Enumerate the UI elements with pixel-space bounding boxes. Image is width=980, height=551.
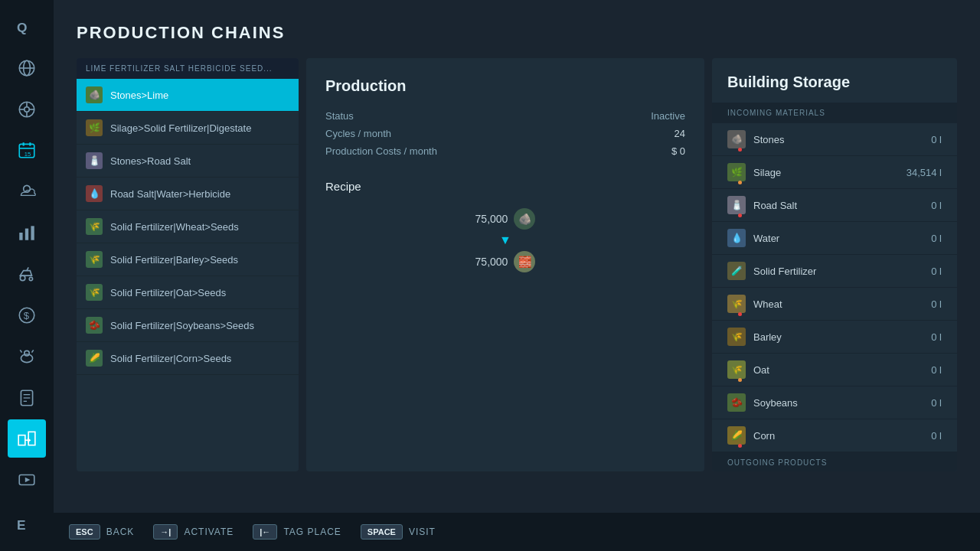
- storage-name-water: Water: [753, 233, 931, 244]
- sidebar-item-production[interactable]: [8, 419, 46, 458]
- storage-dot-stones: [738, 148, 742, 152]
- storage-amount-wheat: 0 l: [931, 298, 942, 310]
- svg-line-26: [20, 350, 21, 352]
- main-content: PRODUCTION CHAINS LIME FERTILIZER SALT H…: [54, 0, 980, 551]
- storage-name-roadsalt: Road Salt: [753, 200, 931, 211]
- chain-icon-salt: 🧂: [86, 152, 103, 169]
- recipe-area: 75,000 🪨 ▼ 75,000 🧱: [325, 208, 685, 272]
- action-activate: ACTIVATE: [184, 527, 234, 537]
- chain-icon-wheat-seeds: 🌾: [86, 218, 103, 235]
- recipe-output-amount: 75,000: [475, 256, 508, 268]
- storage-amount-silage: 34,514 l: [906, 167, 942, 178]
- key-combo-tag: |← TAG PLACE: [253, 524, 341, 540]
- key-tag[interactable]: |←: [253, 524, 277, 540]
- recipe-input-item: 75,000 🪨: [475, 208, 536, 230]
- storage-name-solid-fertilizer: Solid Fertilizer: [753, 266, 931, 277]
- key-combo-esc: ESC BACK: [69, 524, 134, 540]
- chain-item-soybeans-seeds[interactable]: 🫘 Solid Fertilizer|Soybeans>Seeds: [77, 309, 299, 342]
- key-space[interactable]: SPACE: [361, 524, 403, 540]
- storage-amount-solid-fertilizer: 0 l: [931, 266, 942, 277]
- recipe-output-icon: 🧱: [514, 251, 535, 272]
- production-stats: Status Inactive Cycles / month 24 Produc…: [325, 110, 685, 157]
- chain-item-herbicide[interactable]: 💧 Road Salt|Water>Herbicide: [77, 178, 299, 210]
- svg-rect-18: [31, 226, 34, 240]
- chain-icon-corn-seeds: 🌽: [86, 350, 103, 367]
- storage-amount-roadsalt: 0 l: [931, 200, 942, 211]
- storage-icon-silage: 🌿: [727, 163, 746, 181]
- storage-amount-water: 0 l: [931, 233, 942, 244]
- storage-name-silage: Silage: [753, 167, 906, 178]
- chain-icon-soybeans-seeds: 🫘: [86, 317, 103, 334]
- storage-icon-water: 💧: [727, 229, 746, 247]
- storage-icon-wheat: 🌾: [727, 295, 746, 313]
- svg-point-20: [29, 277, 32, 280]
- stat-row-status: Status Inactive: [325, 110, 685, 122]
- key-activate[interactable]: →|: [153, 524, 178, 540]
- chain-icon-lime: 🪨: [86, 86, 103, 103]
- key-combo-visit: SPACE VISIT: [361, 524, 436, 540]
- action-visit: VISIT: [409, 527, 436, 537]
- storage-name-oat: Oat: [753, 364, 931, 376]
- chain-item-barley-seeds[interactable]: 🌾 Solid Fertilizer|Barley>Seeds: [77, 243, 299, 276]
- chain-label-herbicide: Road Salt|Water>Herbicide: [110, 188, 230, 200]
- recipe-output-item: 75,000 🧱: [475, 251, 536, 272]
- sidebar-item-wheel[interactable]: [8, 90, 46, 129]
- sidebar-item-animals[interactable]: [8, 337, 46, 376]
- recipe-title: Recipe: [325, 180, 685, 193]
- storage-icon-stones: 🪨: [727, 130, 746, 148]
- storage-scroll[interactable]: INCOMING MATERIALS 🪨 Stones 0 l 🌿 Silage…: [712, 103, 957, 471]
- sidebar-item-weather[interactable]: [8, 172, 46, 210]
- chain-list-panel: LIME FERTILIZER SALT HERBICIDE SEED... 🪨…: [77, 58, 299, 471]
- storage-dot-silage: [738, 181, 742, 184]
- svg-point-19: [20, 276, 24, 281]
- chain-icon-oat-seeds: 🌾: [86, 284, 103, 301]
- storage-item-oat: 🌾 Oat 0 l: [712, 354, 957, 386]
- storage-item-silage: 🌿 Silage 34,514 l: [712, 156, 957, 189]
- chain-item-stones-lime[interactable]: 🪨 Stones>Lime: [77, 79, 299, 112]
- sidebar-item-calendar[interactable]: 15: [8, 132, 46, 170]
- storage-name-wheat: Wheat: [753, 298, 931, 310]
- svg-point-5: [24, 106, 30, 112]
- stat-label-status: Status: [325, 110, 354, 122]
- storage-dot-roadsalt: [738, 214, 742, 217]
- chain-label-silage: Silage>Solid Fertilizer|Digestate: [110, 122, 251, 134]
- chain-label-soybeans-seeds: Solid Fertilizer|Soybeans>Seeds: [110, 320, 254, 331]
- svg-text:15: 15: [24, 151, 31, 158]
- stat-row-cycles: Cycles / month 24: [325, 128, 685, 139]
- chain-item-oat-seeds[interactable]: 🌾 Solid Fertilizer|Oat>Seeds: [77, 276, 299, 309]
- storage-item-solid-fertilizer: 🧪 Solid Fertilizer 0 l: [712, 255, 957, 288]
- key-esc[interactable]: ESC: [69, 524, 100, 540]
- chain-item-silage-fertilizer[interactable]: 🌿 Silage>Solid Fertilizer|Digestate: [77, 112, 299, 145]
- incoming-header: INCOMING MATERIALS: [712, 103, 957, 123]
- sidebar-item-e[interactable]: E: [8, 505, 46, 543]
- storage-icon-barley: 🌾: [727, 328, 746, 346]
- sidebar-item-globe[interactable]: [8, 49, 46, 87]
- storage-dot-wheat: [738, 312, 742, 316]
- storage-item-stones: 🪨 Stones 0 l: [712, 123, 957, 156]
- chain-item-wheat-seeds[interactable]: 🌾 Solid Fertilizer|Wheat>Seeds: [77, 210, 299, 243]
- chain-item-stones-salt[interactable]: 🧂 Stones>Road Salt: [77, 145, 299, 178]
- storage-dot-oat: [738, 378, 742, 382]
- svg-rect-17: [25, 229, 28, 240]
- stat-value-costs: $ 0: [671, 145, 685, 157]
- sidebar-item-q[interactable]: Q: [8, 8, 46, 46]
- sidebar-item-contracts[interactable]: [8, 379, 46, 417]
- svg-rect-33: [28, 432, 35, 445]
- chain-label-oat-seeds: Solid Fertilizer|Oat>Seeds: [110, 287, 226, 298]
- svg-rect-16: [19, 233, 22, 240]
- production-panel: Production Status Inactive Cycles / mont…: [306, 58, 704, 471]
- sidebar-item-tractor[interactable]: [8, 255, 46, 293]
- svg-point-25: [24, 350, 30, 356]
- outgoing-header: OUTGOING PRODUCTS: [712, 452, 957, 471]
- storage-item-barley: 🌾 Barley 0 l: [712, 321, 957, 354]
- storage-icon-oat: 🌾: [727, 360, 746, 379]
- chain-label-stones-lime: Stones>Lime: [110, 90, 168, 101]
- stat-value-status: Inactive: [651, 110, 685, 122]
- sidebar-item-tutorial[interactable]: [8, 461, 46, 499]
- sidebar-item-stats[interactable]: [8, 214, 46, 252]
- storage-amount-stones: 0 l: [931, 134, 942, 145]
- page-title: PRODUCTION CHAINS: [77, 23, 957, 43]
- sidebar-item-money[interactable]: $: [8, 296, 46, 334]
- chain-item-corn-seeds[interactable]: 🌽 Solid Fertilizer|Corn>Seeds: [77, 342, 299, 375]
- storage-name-corn: Corn: [753, 430, 931, 442]
